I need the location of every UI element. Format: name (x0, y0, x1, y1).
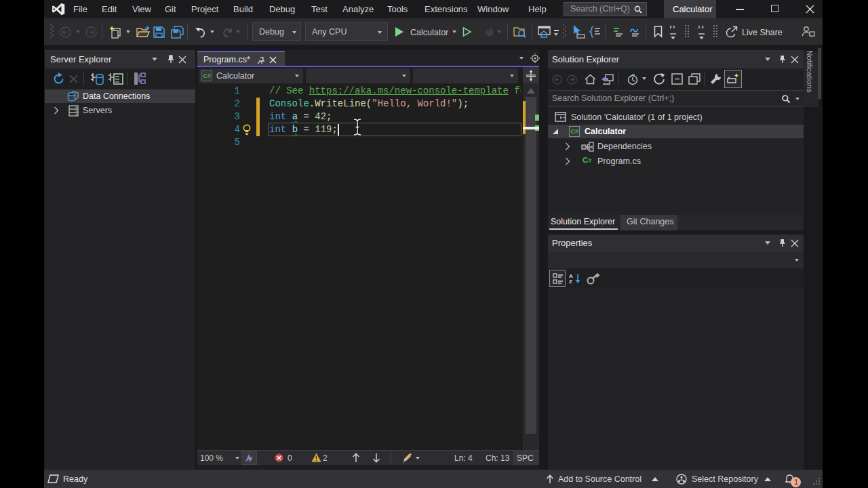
svg-text:Z: Z (569, 279, 572, 284)
